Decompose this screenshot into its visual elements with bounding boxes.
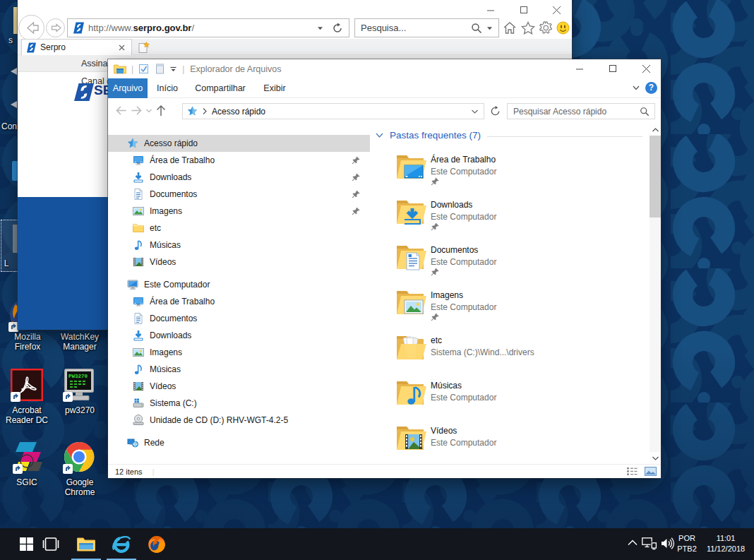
scrollbar-thumb[interactable] — [650, 136, 661, 218]
volume-icon[interactable] — [661, 537, 674, 549]
folder-tile-etc[interactable]: etcSistema (C:)\Wind...\drivers — [395, 334, 628, 371]
nav-item-downloads[interactable]: Downloads — [108, 327, 370, 344]
ie-maximize-button[interactable] — [513, 3, 534, 17]
folder-tile-m-sicas[interactable]: MúsicasEste Computador — [395, 379, 628, 416]
nav-item--rea-de-trabalho[interactable]: Área de Trabalho — [108, 293, 370, 310]
explorer-address-bar[interactable]: Acesso rápido — [182, 103, 484, 119]
status-item-count: 12 itens — [115, 467, 143, 476]
explorer-close-button[interactable] — [635, 61, 657, 76]
search-dropdown-icon[interactable] — [486, 26, 493, 30]
qat-newfolder-icon[interactable] — [155, 64, 165, 74]
tile-name: Documentos — [431, 245, 478, 255]
desktop-icon-label-firefox[interactable]: MozillaFirefox — [2, 332, 53, 352]
folder-tile--rea-de-trabalho[interactable]: Área de TrabalhoEste Computador — [395, 153, 628, 190]
nav-up-icon[interactable] — [156, 105, 166, 117]
scroll-up-button[interactable] — [650, 124, 661, 136]
nav-item-unidade-de-cd-d-rhv-wgt-4-2-5[interactable]: Unidade de CD (D:) RHV-WGT-4.2-5 — [108, 412, 370, 429]
nav-item-label: Downloads — [150, 172, 191, 182]
settings-gear-icon[interactable] — [539, 21, 553, 35]
folder-tile-downloads[interactable]: DownloadsEste Computador — [395, 198, 628, 235]
recent-locations-icon[interactable] — [146, 109, 152, 113]
network-icon[interactable] — [642, 537, 657, 550]
tray-clock[interactable]: 11:0111/12/2018 — [702, 533, 749, 554]
nav-item-m-sicas[interactable]: Músicas — [108, 361, 370, 378]
nav-item-imagens[interactable]: Imagens — [108, 344, 370, 361]
ribbon-tab-inicio[interactable]: Início — [150, 78, 184, 98]
details-view-button[interactable] — [626, 467, 638, 476]
thumbnails-view-button[interactable] — [645, 467, 657, 476]
nav-item-este-computador[interactable]: Este Computador — [108, 276, 370, 293]
group-header[interactable]: Pastas frequentes (7) — [374, 130, 642, 143]
tab-close-icon[interactable] — [119, 44, 125, 51]
scroll-down-button[interactable] — [650, 452, 661, 464]
search-icon[interactable] — [640, 107, 650, 117]
nav-item-imagens[interactable]: Imagens — [108, 203, 370, 220]
documents-icon — [133, 313, 144, 324]
desktop-icon-label-watchkey[interactable]: WatchKeyManager — [54, 332, 105, 352]
search-icon[interactable] — [471, 23, 482, 34]
nav-item-acesso-r-pido[interactable]: Acesso rápido — [108, 135, 370, 152]
breadcrumb-text[interactable]: Acesso rápido — [212, 107, 265, 117]
files-scrollbar[interactable] — [650, 124, 661, 464]
help-button[interactable]: ? — [645, 82, 657, 94]
pictures-icon — [133, 205, 144, 217]
explorer-minimize-button[interactable] — [569, 61, 590, 76]
ribbon-tab-exibir[interactable]: Exibir — [258, 78, 292, 98]
ie-minimize-button[interactable] — [480, 3, 501, 17]
group-collapse-icon[interactable] — [376, 133, 383, 138]
taskbar-ie-icon[interactable] — [106, 528, 137, 560]
folder-tile-v-deos[interactable]: VídeosEste Computador — [395, 424, 628, 461]
desktop-icon-label-acrobat[interactable]: AcrobatReader DC — [1, 405, 52, 425]
tray-expand-icon[interactable] — [628, 540, 638, 546]
ie-close-button[interactable] — [546, 3, 567, 17]
ie-search-box[interactable]: Pesquisa... — [354, 18, 499, 37]
refresh-icon[interactable] — [332, 23, 343, 34]
serpro-favicon — [27, 42, 36, 53]
desktop-icon-pw3270[interactable]: PW3270 — [63, 369, 95, 401]
favorites-star-icon[interactable] — [521, 21, 535, 35]
nav-forward-icon[interactable] — [131, 106, 142, 115]
desktop-icon-acrobat[interactable] — [11, 369, 43, 401]
address-dropdown-icon[interactable] — [472, 109, 478, 114]
desktop-icon-label-pw3270[interactable]: pw3270 — [54, 405, 105, 415]
desktop-icon-sgic[interactable] — [13, 441, 45, 473]
nav-item-v-deos[interactable]: Vídeos — [108, 254, 370, 270]
nav-item-sistema-c-[interactable]: Sistema (C:) — [108, 395, 370, 412]
task-view-button[interactable] — [37, 528, 65, 560]
ie-forward-button[interactable] — [46, 18, 65, 37]
feedback-smiley-icon[interactable] — [556, 21, 570, 35]
ie-address-bar[interactable]: http://www.serpro.gov.br/ — [67, 18, 349, 37]
url-dropdown-icon[interactable] — [317, 26, 323, 30]
nav-item-documentos[interactable]: Documentos — [108, 186, 370, 203]
nav-item-rede[interactable]: Rede — [108, 434, 370, 451]
desktop-icon-chrome[interactable] — [63, 441, 95, 473]
ie-new-tab-button[interactable] — [136, 41, 152, 54]
qat-customize-icon[interactable] — [170, 66, 176, 72]
refresh-icon[interactable] — [490, 106, 501, 117]
ribbon-tab-compartilhar[interactable]: Compartilhar — [191, 78, 249, 98]
tray-language[interactable]: PORPTB2 — [674, 533, 700, 554]
folder-tile-imagens[interactable]: ImagensEste Computador — [395, 289, 628, 326]
taskbar-explorer-icon[interactable] — [71, 528, 102, 560]
nav-item--rea-de-trabalho[interactable]: Área de Trabalho — [108, 152, 370, 169]
desktop-icon-label-chrome[interactable]: GoogleChrome — [54, 477, 105, 497]
nav-item-documentos[interactable]: Documentos — [108, 310, 370, 327]
desktop-icon-label-sgic[interactable]: SGIC — [1, 477, 52, 487]
nav-item-v-deos[interactable]: Vídeos — [108, 378, 370, 395]
ribbon-expand-icon[interactable] — [633, 85, 640, 90]
explorer-search-box[interactable]: Pesquisar Acesso rápido — [507, 103, 655, 119]
qat-properties-icon[interactable] — [138, 64, 149, 74]
home-icon[interactable] — [503, 21, 517, 35]
explorer-maximize-button[interactable] — [602, 61, 623, 76]
ie-tab-serpro[interactable]: Serpro — [21, 39, 132, 55]
folder-tile-documentos[interactable]: DocumentosEste Computador — [395, 244, 628, 280]
ribbon-tab-arquivo[interactable]: Arquivo — [108, 78, 148, 98]
nav-item-label: Acesso rápido — [144, 138, 198, 148]
nav-back-icon[interactable] — [116, 106, 126, 115]
nav-item-downloads[interactable]: Downloads — [108, 169, 370, 186]
nav-item-etc[interactable]: etc — [108, 220, 370, 237]
nav-item-m-sicas[interactable]: Músicas — [108, 237, 370, 254]
taskbar-firefox-icon[interactable] — [141, 528, 172, 560]
tile-name: Área de Trabalho — [431, 155, 496, 165]
ie-back-button[interactable] — [18, 15, 44, 41]
